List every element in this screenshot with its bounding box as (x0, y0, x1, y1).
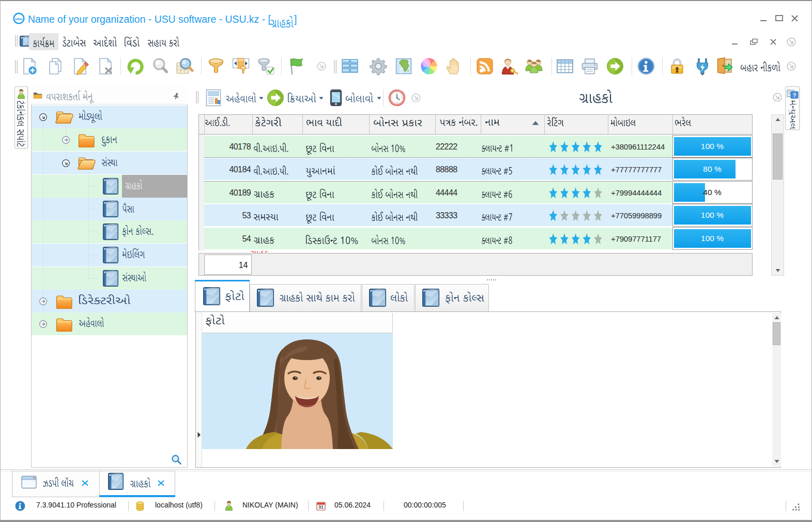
svg-text:31: 31 (318, 504, 324, 510)
svg-text:?: ? (793, 93, 796, 98)
